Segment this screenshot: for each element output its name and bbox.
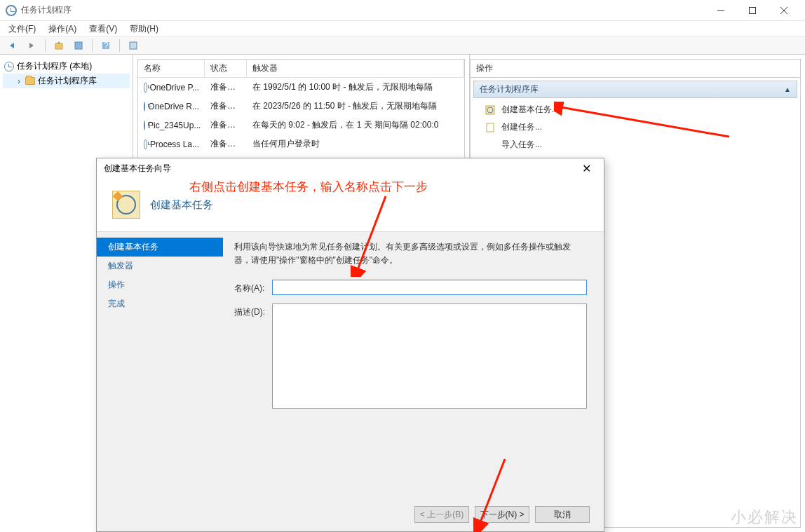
cell-status: 准备就绪 (205, 137, 247, 151)
cell-trigger: 在 2023/5/26 的 11:50 时 - 触发后，无限期地每隔 (247, 99, 464, 114)
table-row[interactable]: Pic_2345Up...准备就绪在每天的 9:02 - 触发后，在 1 天 期… (138, 116, 464, 135)
cell-status: 准备就绪 (205, 99, 247, 114)
tree-root-label: 任务计划程序 (本地) (17, 60, 92, 72)
menu-view[interactable]: 查看(V) (86, 22, 120, 36)
folder-icon (25, 77, 35, 85)
table-row[interactable]: OneDrive R...准备就绪在 2023/5/26 的 11:50 时 -… (138, 97, 464, 116)
wizard-icon (485, 104, 496, 116)
cell-status: 准备就绪 (205, 80, 247, 95)
nav-step-action[interactable]: 操作 (97, 275, 223, 294)
watermark: 小必解决 (731, 507, 798, 528)
table-row[interactable]: OneDrive P...准备就绪在 1992/5/1 的 10:00 时 - … (138, 78, 464, 97)
cell-name: OneDrive R... (148, 102, 199, 111)
table-row[interactable]: Process La...准备就绪当任何用户登录时 (138, 135, 464, 154)
action-create-task[interactable]: 创建任务... (471, 118, 800, 136)
tree-root[interactable]: 任务计划程序 (本地) (3, 59, 130, 74)
description-textarea[interactable] (272, 303, 587, 409)
th-status[interactable]: 状态 (205, 60, 247, 77)
dialog-heading: 创建基本任务 (150, 198, 213, 212)
help-button[interactable]: ? (98, 38, 114, 53)
th-trigger[interactable]: 触发器 (247, 60, 464, 77)
cell-trigger: 当任何用户登录时 (247, 137, 464, 151)
tree-library[interactable]: › 任务计划程序库 (3, 74, 130, 88)
task-table: 名称 状态 触发器 OneDrive P...准备就绪在 1992/5/1 的 … (137, 59, 465, 173)
wizard-content: 利用该向导快速地为常见任务创建计划。有关更多高级选项或设置，例如多任务操作或触发… (223, 232, 604, 500)
up-button[interactable] (51, 38, 67, 53)
collapse-arrow-icon: ▲ (784, 86, 791, 93)
cancel-button[interactable]: 取消 (535, 506, 590, 523)
menubar: 文件(F) 操作(A) 查看(V) 帮助(H) (0, 21, 805, 36)
cell-trigger: 在 1992/5/1 的 10:00 时 - 触发后，无限期地每隔 (247, 80, 464, 95)
clock-icon (144, 121, 145, 130)
menu-help[interactable]: 帮助(H) (127, 22, 161, 36)
th-name[interactable]: 名称 (138, 60, 205, 77)
cell-trigger: 在每天的 9:02 - 触发后，在 1 天 期间每隔 02:00:0 (247, 118, 464, 132)
wizard-banner-icon (112, 191, 140, 219)
dialog-close-button[interactable]: ✕ (576, 162, 597, 175)
clock-icon (144, 102, 145, 111)
expander-icon[interactable]: › (15, 76, 22, 86)
svg-rect-5 (75, 42, 82, 49)
maximize-button[interactable] (736, 0, 768, 21)
nav-step-create[interactable]: 创建基本任务 (97, 238, 223, 257)
svg-rect-8 (130, 42, 137, 49)
svg-text:?: ? (104, 41, 109, 50)
cell-status: 准备就绪 (205, 118, 247, 132)
import-icon (485, 139, 496, 151)
next-button[interactable]: 下一步(N) > (475, 506, 529, 523)
back-button[interactable] (4, 38, 20, 53)
tree-library-label: 任务计划程序库 (38, 75, 97, 87)
actions-header: 操作 (470, 59, 801, 78)
section-label: 任务计划程序库 (480, 83, 539, 95)
app-clock-icon (6, 5, 17, 16)
create-basic-task-wizard-dialog: 创建基本任务向导 ✕ 创建基本任务 创建基本任务 触发器 操作 完成 利用该向导… (96, 158, 604, 532)
back-button[interactable]: < 上一步(B) (414, 506, 469, 523)
minimize-button[interactable] (705, 0, 736, 21)
forward-button[interactable] (24, 38, 39, 53)
close-button[interactable] (768, 0, 799, 21)
toolbar: ? (0, 36, 805, 55)
description-label: 描述(D): (234, 303, 272, 318)
name-input[interactable] (272, 280, 587, 295)
task-icon (485, 122, 496, 133)
name-row: 名称(A): (234, 280, 587, 295)
name-label: 名称(A): (234, 280, 272, 294)
action-import-task[interactable]: 导入任务... (471, 136, 800, 154)
clock-icon (144, 83, 147, 93)
titlebar: 任务计划程序 (0, 0, 805, 21)
dialog-button-row: < 上一步(B) 下一步(N) > 取消 (400, 498, 604, 531)
cell-name: Process La... (150, 139, 199, 149)
wizard-description: 利用该向导快速地为常见任务创建计划。有关更多高级选项或设置，例如多任务操作或触发… (234, 240, 587, 267)
dialog-titlebar: 创建基本任务向导 ✕ (97, 158, 604, 178)
view-button[interactable] (71, 38, 86, 53)
dialog-body: 创建基本任务 触发器 操作 完成 利用该向导快速地为常见任务创建计划。有关更多高… (97, 232, 604, 500)
panel-button[interactable] (126, 38, 141, 53)
window-title: 任务计划程序 (21, 4, 72, 16)
table-header: 名称 状态 触发器 (138, 60, 464, 78)
wizard-nav: 创建基本任务 触发器 操作 完成 (97, 232, 223, 500)
dialog-title: 创建基本任务向导 (104, 163, 171, 175)
svg-rect-1 (749, 7, 755, 13)
svg-rect-11 (487, 123, 494, 132)
action-label: 导入任务... (501, 139, 542, 151)
description-row: 描述(D): (234, 303, 587, 409)
clock-icon (144, 139, 147, 149)
cell-name: Pic_2345Up... (148, 121, 201, 130)
cell-name: OneDrive P... (150, 83, 199, 93)
action-label: 创建任务... (501, 121, 542, 133)
nav-step-finish[interactable]: 完成 (97, 294, 223, 313)
action-label: 创建基本任务... (501, 104, 559, 116)
clock-icon (4, 62, 14, 71)
annotation-text: 右侧点击创建基本任务，输入名称点击下一步 (189, 179, 428, 195)
nav-step-trigger[interactable]: 触发器 (97, 257, 223, 275)
svg-rect-4 (55, 43, 62, 49)
action-create-basic-task[interactable]: 创建基本任务... (471, 101, 800, 118)
actions-section-title[interactable]: 任务计划程序库 ▲ (473, 81, 797, 98)
menu-action[interactable]: 操作(A) (46, 22, 79, 36)
menu-file[interactable]: 文件(F) (6, 22, 39, 36)
